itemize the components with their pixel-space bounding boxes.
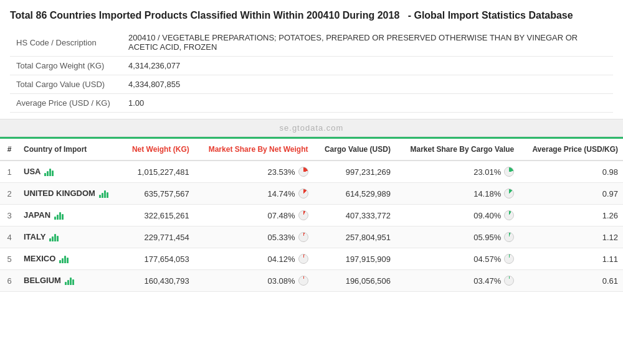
pie-chart-weight-icon[interactable]: [298, 254, 308, 264]
data-table-wrapper: #Country of ImportNet Weight (KG)Market …: [0, 137, 623, 292]
cargo-value-cell: 197,915,909: [313, 248, 396, 270]
market-share-value-cell: 14.18%: [396, 183, 519, 205]
cargo-value-cell: 196,056,506: [313, 270, 396, 292]
header-section: Total 86 Countries Imported Products Cla…: [0, 0, 623, 119]
bar-chart-icon[interactable]: [59, 254, 69, 263]
cargo-value-cell: 407,333,772: [313, 205, 396, 226]
table-row: 4ITALY 229,771,454 05.33% 257,804,951 05…: [0, 226, 623, 248]
market-share-value-cell: 03.47%: [396, 270, 519, 292]
column-header: Cargo Value (USD): [313, 138, 396, 161]
market-share-value-value: 05.95%: [473, 233, 501, 242]
market-share-value-value: 09.40%: [473, 211, 501, 220]
pie-chart-weight-icon[interactable]: [298, 189, 308, 198]
market-share-value-value: 23.01%: [473, 167, 501, 177]
market-share-weight-value: 05.33%: [267, 233, 295, 242]
net-weight-cell: 635,757,567: [121, 183, 194, 205]
bar-chart-icon[interactable]: [44, 167, 54, 176]
info-value: 200410 / VEGETABLE PREPARATIONS; POTATOE…: [122, 29, 613, 57]
country-cell: UNITED KINGDOM: [19, 183, 121, 203]
column-header: Country of Import: [19, 138, 121, 161]
column-header: Market Share By Net Weight: [194, 138, 313, 161]
bar-chart-icon[interactable]: [99, 189, 108, 198]
country-name: MEXICO: [24, 254, 55, 263]
rank-cell: 2: [0, 183, 19, 205]
market-share-weight-value: 04.12%: [267, 254, 295, 264]
info-row: Total Cargo Value (USD)4,334,807,855: [10, 75, 613, 94]
info-label: HS Code / Description: [10, 29, 122, 57]
market-share-weight-value: 03.08%: [267, 276, 295, 286]
pie-chart-value-icon[interactable]: [504, 189, 514, 198]
market-share-value-cell: 09.40%: [396, 205, 519, 226]
country-name: USA: [24, 167, 40, 176]
table-row: 6BELGIUM 160,430,793 03.08% 196,056,506 …: [0, 270, 623, 292]
table-row: 1USA 1,015,227,481 23.53% 997,231,269 23…: [0, 161, 623, 183]
pie-chart-weight-icon[interactable]: [298, 276, 308, 286]
bar-chart-icon[interactable]: [49, 233, 59, 241]
country-name: UNITED KINGDOM: [24, 189, 95, 198]
cargo-value-cell: 614,529,989: [313, 183, 396, 205]
bar-chart-icon[interactable]: [65, 276, 74, 285]
net-weight-cell: 160,430,793: [121, 270, 194, 292]
info-label: Average Price (USD / KG): [10, 94, 122, 113]
rank-cell: 3: [0, 205, 19, 226]
market-share-value-cell: 04.57%: [396, 248, 519, 270]
country-cell: JAPAN: [19, 205, 121, 225]
info-value: 4,334,807,855: [122, 75, 613, 94]
net-weight-cell: 1,015,227,481: [121, 161, 194, 183]
market-share-value-cell: 05.95%: [396, 226, 519, 248]
pie-chart-value-icon[interactable]: [504, 254, 514, 264]
pie-chart-value-icon[interactable]: [504, 210, 514, 220]
net-weight-cell: 322,615,261: [121, 205, 194, 226]
country-cell: ITALY: [19, 226, 121, 247]
market-share-value-cell: 23.01%: [396, 161, 519, 183]
rank-cell: 6: [0, 270, 19, 292]
pie-chart-weight-icon[interactable]: [298, 210, 308, 220]
avg-price-cell: 1.26: [519, 205, 623, 226]
pie-chart-weight-icon[interactable]: [298, 232, 308, 242]
watermark: se.gtodata.com: [0, 119, 623, 137]
rank-cell: 5: [0, 248, 19, 270]
avg-price-cell: 1.11: [519, 248, 623, 270]
pie-chart-weight-icon[interactable]: [298, 167, 308, 177]
bar-chart-icon[interactable]: [54, 211, 64, 220]
info-value: 1.00: [122, 94, 613, 113]
avg-price-cell: 0.98: [519, 161, 623, 183]
market-share-weight-value: 23.53%: [267, 167, 295, 177]
country-cell: BELGIUM: [19, 270, 121, 291]
net-weight-cell: 229,771,454: [121, 226, 194, 248]
market-share-weight-cell: 05.33%: [194, 226, 313, 248]
page-title: Total 86 Countries Imported Products Cla…: [10, 9, 613, 22]
table-row: 2UNITED KINGDOM 635,757,567 14.74% 614,5…: [0, 183, 623, 205]
avg-price-cell: 0.61: [519, 270, 623, 292]
table-row: 3JAPAN 322,615,261 07.48% 407,333,772 09…: [0, 205, 623, 226]
rank-cell: 1: [0, 161, 19, 183]
cargo-value-cell: 997,231,269: [313, 161, 396, 183]
info-row: Average Price (USD / KG)1.00: [10, 94, 613, 113]
market-share-value-value: 04.57%: [473, 254, 501, 264]
info-row: Total Cargo Weight (KG)4,314,236,077: [10, 57, 613, 75]
main-data-table: #Country of ImportNet Weight (KG)Market …: [0, 137, 623, 292]
column-header: Market Share By Cargo Value: [396, 138, 519, 161]
cargo-value-cell: 257,804,951: [313, 226, 396, 248]
title-text: Total 86 Countries Imported Products Cla…: [10, 10, 399, 21]
market-share-value-value: 14.18%: [473, 189, 501, 198]
pie-chart-value-icon[interactable]: [504, 167, 514, 177]
info-label: Total Cargo Value (USD): [10, 75, 122, 94]
rank-cell: 4: [0, 226, 19, 248]
column-header: Average Price (USD/KG): [519, 138, 623, 161]
info-label: Total Cargo Weight (KG): [10, 57, 122, 75]
market-share-weight-cell: 03.08%: [194, 270, 313, 292]
avg-price-cell: 0.97: [519, 183, 623, 205]
avg-price-cell: 1.12: [519, 226, 623, 248]
market-share-weight-cell: 23.53%: [194, 161, 313, 183]
market-share-weight-cell: 04.12%: [194, 248, 313, 270]
info-table: HS Code / Description200410 / VEGETABLE …: [10, 29, 613, 113]
market-share-weight-cell: 14.74%: [194, 183, 313, 205]
column-header: #: [0, 138, 19, 161]
pie-chart-value-icon[interactable]: [504, 276, 514, 286]
market-share-weight-value: 07.48%: [267, 211, 295, 220]
info-row: HS Code / Description200410 / VEGETABLE …: [10, 29, 613, 57]
pie-chart-value-icon[interactable]: [504, 232, 514, 242]
table-row: 5MEXICO 177,654,053 04.12% 197,915,909 0…: [0, 248, 623, 270]
net-weight-cell: 177,654,053: [121, 248, 194, 270]
